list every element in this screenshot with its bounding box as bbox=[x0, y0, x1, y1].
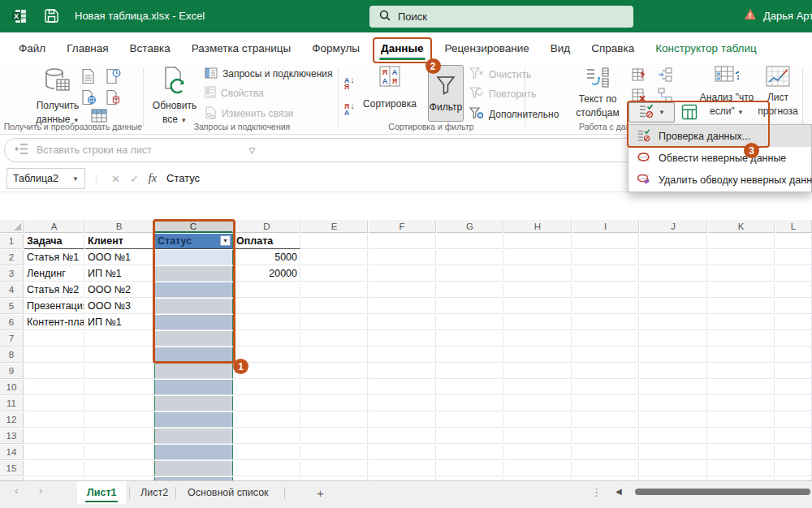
cell-G1[interactable] bbox=[437, 234, 503, 249]
cell-C15[interactable] bbox=[154, 461, 233, 476]
clear-filter-button[interactable]: Очистить bbox=[469, 66, 531, 84]
row-header-15[interactable]: 15 bbox=[0, 461, 24, 476]
cell-L12[interactable] bbox=[775, 412, 812, 428]
cell-H15[interactable] bbox=[504, 461, 572, 476]
cell-E4[interactable] bbox=[301, 282, 368, 298]
cell-A1[interactable]: Задача bbox=[24, 234, 84, 249]
cell-K9[interactable] bbox=[708, 364, 775, 379]
properties-button[interactable]: Свойства bbox=[205, 84, 264, 102]
cell-L2[interactable] bbox=[775, 250, 812, 265]
cell-B9[interactable] bbox=[85, 364, 153, 379]
scroll-left-arrow[interactable]: ◀ bbox=[615, 487, 622, 496]
cell-I10[interactable] bbox=[572, 380, 639, 395]
column-header-I[interactable]: I bbox=[572, 220, 639, 233]
menu-item-circle-invalid-data[interactable]: Обвести неверные данные bbox=[628, 147, 811, 169]
cell-C4[interactable] bbox=[154, 282, 233, 298]
more-options-dots[interactable]: ⋮ bbox=[591, 486, 602, 498]
cell-K13[interactable] bbox=[708, 428, 775, 444]
row-header-1[interactable]: 1 bbox=[0, 234, 24, 249]
cell-L1[interactable] bbox=[775, 234, 812, 249]
edit-links-button[interactable]: Изменить связи bbox=[205, 105, 293, 123]
cell-A5[interactable]: Презентация bbox=[24, 299, 84, 314]
save-icon[interactable] bbox=[44, 8, 59, 27]
cell-D4[interactable] bbox=[234, 282, 300, 298]
cell-K4[interactable] bbox=[708, 282, 775, 298]
cell-G2[interactable] bbox=[437, 250, 503, 265]
cell-I15[interactable] bbox=[572, 461, 639, 476]
cell-J10[interactable] bbox=[640, 380, 707, 395]
cell-L13[interactable] bbox=[775, 428, 812, 444]
cell-G9[interactable] bbox=[437, 364, 503, 379]
row-header-3[interactable]: 3 bbox=[0, 266, 24, 282]
add-sheet-button[interactable]: + bbox=[307, 481, 334, 504]
cell-E7[interactable] bbox=[301, 331, 368, 347]
cell-C2[interactable] bbox=[154, 250, 233, 265]
cell-F4[interactable] bbox=[369, 282, 436, 298]
cell-G15[interactable] bbox=[437, 461, 503, 476]
cell-H7[interactable] bbox=[504, 331, 572, 347]
cell-E15[interactable] bbox=[301, 461, 368, 476]
cell-K12[interactable] bbox=[708, 412, 775, 428]
reapply-filter-button[interactable]: Повторить bbox=[469, 85, 537, 103]
cell-E10[interactable] bbox=[301, 380, 368, 395]
cell-D10[interactable] bbox=[234, 380, 300, 395]
cell-B4[interactable]: ООО №2 bbox=[85, 282, 153, 298]
column-header-A[interactable]: A bbox=[24, 220, 84, 233]
cell-L4[interactable] bbox=[775, 282, 812, 298]
cell-F12[interactable] bbox=[369, 412, 436, 428]
tab-file[interactable]: Файл bbox=[8, 32, 56, 63]
sort-ascending-icon[interactable]: АЯ↓ bbox=[344, 71, 355, 90]
name-box[interactable]: Таблица2 ▼ bbox=[6, 168, 85, 189]
cell-D5[interactable] bbox=[234, 299, 300, 314]
cell-C7[interactable] bbox=[154, 331, 233, 347]
cell-F14[interactable] bbox=[369, 445, 436, 460]
cell-A4[interactable]: Статья №2 bbox=[24, 282, 84, 298]
sheet-tab-list1[interactable]: Лист1 bbox=[77, 481, 126, 504]
cell-H6[interactable] bbox=[504, 315, 572, 330]
cell-A9[interactable] bbox=[24, 364, 84, 379]
cell-I12[interactable] bbox=[572, 412, 639, 428]
cell-D15[interactable] bbox=[234, 461, 300, 476]
row-header-2[interactable]: 2 bbox=[0, 250, 24, 265]
sheet-nav-next-icon[interactable]: › bbox=[39, 484, 42, 497]
column-header-F[interactable]: F bbox=[369, 220, 436, 233]
cell-B14[interactable] bbox=[85, 445, 153, 460]
tab-review[interactable]: Рецензирование bbox=[434, 32, 540, 63]
cell-L11[interactable] bbox=[775, 396, 812, 411]
row-header-8[interactable]: 8 bbox=[0, 347, 24, 363]
cell-L9[interactable] bbox=[775, 364, 812, 379]
cell-C11[interactable] bbox=[154, 396, 233, 411]
tab-home[interactable]: Главная bbox=[56, 32, 119, 63]
recent-sources-icon[interactable] bbox=[106, 68, 121, 88]
cell-I8[interactable] bbox=[572, 347, 639, 363]
cell-K6[interactable] bbox=[708, 315, 775, 330]
cell-I6[interactable] bbox=[572, 315, 639, 330]
cell-I9[interactable] bbox=[572, 364, 639, 379]
cell-A6[interactable]: Контент-план bbox=[24, 315, 84, 330]
cell-K15[interactable] bbox=[708, 461, 775, 476]
cell-E11[interactable] bbox=[301, 396, 368, 411]
cell-L15[interactable] bbox=[775, 461, 812, 476]
cell-F3[interactable] bbox=[369, 266, 436, 282]
cell-J5[interactable] bbox=[640, 299, 707, 314]
insert-function-icon[interactable]: fx bbox=[149, 172, 157, 185]
cell-A2[interactable]: Статья №1 bbox=[24, 250, 84, 265]
cell-G13[interactable] bbox=[437, 428, 503, 444]
cell-I13[interactable] bbox=[572, 428, 639, 444]
cell-B5[interactable]: ООО №3 bbox=[85, 299, 153, 314]
cell-G3[interactable] bbox=[437, 266, 503, 282]
cell-H2[interactable] bbox=[504, 250, 572, 265]
cell-H10[interactable] bbox=[504, 380, 572, 395]
column-header-D[interactable]: D bbox=[234, 220, 300, 233]
cancel-icon[interactable]: ✕ bbox=[111, 173, 120, 185]
cell-J14[interactable] bbox=[640, 445, 707, 460]
cell-K3[interactable] bbox=[708, 266, 775, 282]
cell-G10[interactable] bbox=[437, 380, 503, 395]
cell-G5[interactable] bbox=[437, 299, 503, 314]
tab-formulas[interactable]: Формулы bbox=[301, 32, 370, 63]
cell-K14[interactable] bbox=[708, 445, 775, 460]
cell-F11[interactable] bbox=[369, 396, 436, 411]
cell-H9[interactable] bbox=[504, 364, 572, 379]
text-to-columns-button[interactable]: Текст по столбцам bbox=[567, 66, 628, 120]
filter-dropdown-button[interactable]: ▾ bbox=[220, 235, 231, 246]
